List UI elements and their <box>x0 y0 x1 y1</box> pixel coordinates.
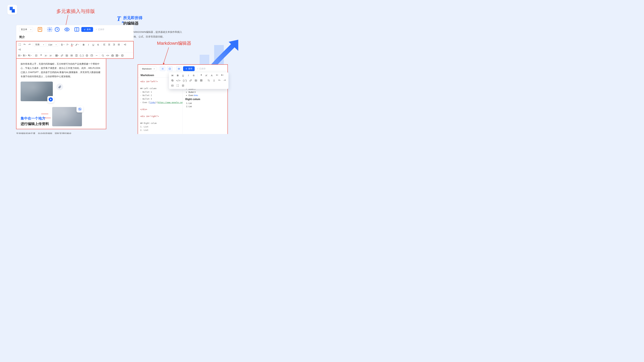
md-image-button[interactable] <box>194 79 198 82</box>
svg-rect-32 <box>122 55 123 56</box>
preview-link[interactable]: links <box>194 94 198 96</box>
print-button[interactable] <box>111 53 114 57</box>
help-button[interactable] <box>120 53 124 57</box>
split-view-button[interactable] <box>74 27 80 32</box>
font-color-button[interactable]: A <box>70 43 74 46</box>
align-justify-button[interactable] <box>117 43 120 46</box>
md-publish-button[interactable]: 发布 <box>183 66 195 71</box>
preview-bullet: Bullet 3 <box>188 91 225 93</box>
md-outline-button[interactable] <box>182 84 185 87</box>
arrow-to-markdown <box>163 47 169 64</box>
md-fullscreen-button[interactable] <box>176 84 179 87</box>
indent-button[interactable] <box>18 48 22 51</box>
md-font-down-button[interactable]: A- <box>210 74 214 77</box>
md-strike-button[interactable]: S <box>192 74 195 77</box>
ordered-list-button[interactable]: 123 <box>23 53 27 57</box>
align-center-button[interactable] <box>108 43 111 46</box>
preview-ol-item: List <box>188 102 225 104</box>
svg-point-10 <box>18 55 19 56</box>
task-list-button[interactable] <box>28 53 32 57</box>
align-right-button[interactable] <box>112 43 116 46</box>
md-card-button[interactable] <box>171 84 174 87</box>
emoji-button[interactable] <box>85 53 89 57</box>
svg-rect-37 <box>79 108 81 110</box>
md-formula-button[interactable]: Σ <box>212 79 216 82</box>
strike-button[interactable]: S <box>96 43 100 46</box>
svg-rect-50 <box>200 80 202 81</box>
bullet-list-button[interactable] <box>18 53 22 57</box>
font-family-button[interactable] <box>61 43 64 46</box>
svg-point-38 <box>79 108 80 109</box>
italic-button[interactable]: I <box>86 43 90 46</box>
md-mode-select[interactable]: Markdown▾ <box>140 66 156 71</box>
md-redo-button[interactable] <box>223 79 226 82</box>
code-block-button[interactable]: {;} <box>80 53 84 57</box>
search-button[interactable] <box>101 53 105 57</box>
history-button[interactable] <box>54 27 60 32</box>
svg-point-49 <box>196 80 196 80</box>
table-button[interactable] <box>55 53 59 57</box>
settings-button[interactable] <box>47 27 53 32</box>
divider-button[interactable] <box>95 53 98 57</box>
image-button[interactable] <box>65 53 68 57</box>
more-tools-button[interactable] <box>116 53 119 57</box>
redo-button[interactable] <box>28 43 31 46</box>
preview-button[interactable] <box>64 27 70 32</box>
richtext-editor-panel: 富文本 ▾ 发布 <box>16 25 134 134</box>
md-bold-button[interactable]: B <box>176 74 179 77</box>
fullscreen-button[interactable] <box>18 43 22 46</box>
outdent-button[interactable] <box>123 43 127 46</box>
body-paragraph[interactable]: 操作简单易上手，无需代码和编程，五分钟便可为你的产品免费搭建一个帮助中心，节省人… <box>20 62 102 79</box>
md-italic-button[interactable]: I <box>187 74 190 77</box>
align-left-button[interactable] <box>102 43 106 46</box>
md-link-button[interactable] <box>189 79 192 82</box>
svg-point-20 <box>66 55 67 55</box>
image-icon[interactable] <box>76 106 83 112</box>
svg-point-7 <box>66 29 68 30</box>
md-ol-button[interactable]: 12 <box>221 74 224 77</box>
checkbox-button[interactable] <box>34 53 38 57</box>
bold-button[interactable]: B <box>82 43 85 46</box>
superscript-button[interactable]: X2 <box>49 53 52 57</box>
md-preview-button[interactable] <box>176 66 182 71</box>
md-ul-button[interactable] <box>216 74 219 77</box>
quote-button[interactable]: ❝ <box>39 53 43 57</box>
md-underline-button[interactable]: U <box>182 74 185 77</box>
md-code-block-button[interactable]: {/} <box>182 79 187 82</box>
document-title[interactable]: 简介 <box>19 35 130 41</box>
md-undo-button[interactable] <box>218 79 221 82</box>
md-history-button[interactable] <box>167 66 172 71</box>
editor-mode-select[interactable]: 富文本 ▾ <box>19 27 33 32</box>
saved-status: ✓ 已保存 <box>96 28 104 31</box>
attachment-icon[interactable] <box>56 83 63 90</box>
link-button[interactable] <box>60 53 64 57</box>
md-inline-code-button[interactable]: </> <box>176 79 180 82</box>
md-table-button[interactable] <box>200 79 203 82</box>
source-code-button[interactable]: <> <box>106 53 110 57</box>
iframe-button[interactable] <box>90 53 94 57</box>
video-play-badge[interactable] <box>47 96 54 103</box>
publish-label: 发布 <box>86 28 91 31</box>
md-copy-button[interactable] <box>171 79 174 82</box>
content-heading-blue[interactable]: 集中在一个地方 <box>20 116 49 121</box>
md-font-up-button[interactable]: A+ <box>205 74 208 77</box>
publish-button[interactable]: 发布 <box>81 27 93 32</box>
attachment-button[interactable] <box>75 53 78 57</box>
svg-point-27 <box>102 55 104 56</box>
clear-format-button[interactable]: T× <box>66 43 69 46</box>
md-toc-button[interactable] <box>207 79 210 82</box>
svg-rect-17 <box>36 55 37 56</box>
svg-point-11 <box>18 56 19 56</box>
video-button[interactable] <box>70 53 74 57</box>
underline-button[interactable]: U <box>92 43 95 46</box>
md-settings-button[interactable] <box>160 66 166 71</box>
highlight-button[interactable] <box>75 43 79 46</box>
font-size-select[interactable]: 12pt▾ <box>47 42 58 47</box>
md-quote-button[interactable]: ❝ <box>200 74 203 77</box>
template-button[interactable] <box>37 27 43 32</box>
subscript-button[interactable]: X2 <box>44 53 48 57</box>
undo-button[interactable] <box>23 43 26 46</box>
block-type-select[interactable]: 段落▾ <box>34 42 46 47</box>
md-heading-button[interactable]: H <box>171 74 174 77</box>
content-heading-black[interactable]: 进行编辑上传资料 <box>20 121 49 126</box>
